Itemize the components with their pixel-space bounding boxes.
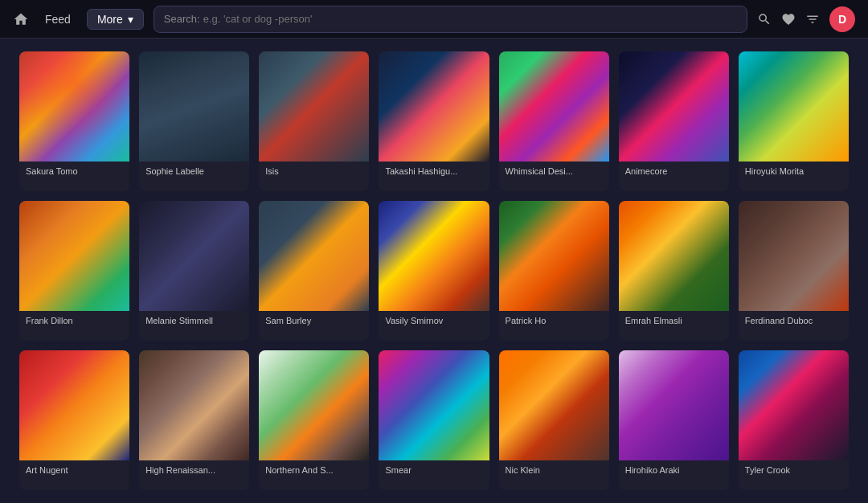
card-image [619, 51, 729, 162]
card-label: Sam Burley [259, 311, 369, 330]
card-item[interactable]: Whimsical Desi... [499, 51, 609, 191]
card-label: Sophie Labelle [139, 162, 249, 181]
more-button[interactable]: More ▾ [87, 9, 144, 30]
search-icon-button[interactable] [757, 12, 772, 27]
more-label: More [97, 13, 123, 26]
card-item[interactable]: Hiroyuki Morita [739, 51, 849, 191]
card-image [739, 350, 849, 460]
avatar-button[interactable]: D [829, 6, 855, 32]
card-label: Whimsical Desi... [499, 162, 609, 181]
card-item[interactable]: Sam Burley [259, 201, 369, 341]
card-image [379, 201, 489, 311]
card-image [499, 51, 609, 162]
card-image [259, 51, 369, 162]
card-image [619, 350, 729, 460]
card-item[interactable]: Nic Klein [499, 350, 609, 490]
card-image [139, 201, 249, 311]
card-item[interactable]: Emrah Elmasli [619, 201, 729, 341]
card-image [379, 350, 489, 460]
favorites-icon-button[interactable] [781, 12, 796, 27]
card-image [619, 201, 729, 311]
card-image [499, 201, 609, 311]
card-label: Isis [259, 162, 369, 181]
card-image [259, 201, 369, 311]
card-label: Hirohiko Araki [619, 460, 729, 480]
card-label: Takashi Hashigu... [379, 162, 489, 181]
card-image [19, 350, 129, 460]
home-button[interactable] [13, 11, 29, 27]
card-item[interactable]: Patrick Ho [499, 201, 609, 341]
navbar: Feed More ▾ Search: D [0, 0, 868, 39]
card-label: Melanie Stimmell [139, 311, 249, 330]
card-item[interactable]: Takashi Hashigu... [379, 51, 489, 191]
card-item[interactable]: Sakura Tomo [19, 51, 129, 191]
card-item[interactable]: Isis [259, 51, 369, 191]
card-item[interactable]: Vasily Smirnov [379, 201, 489, 341]
card-label: Smear [379, 460, 489, 480]
card-label: Ferdinand Duboc [739, 311, 849, 330]
filter-icon-button[interactable] [805, 12, 820, 27]
card-label: Frank Dillon [19, 311, 129, 330]
card-label: Nic Klein [499, 460, 609, 480]
card-item[interactable]: Melanie Stimmell [139, 201, 249, 341]
card-image [379, 51, 489, 162]
card-item[interactable]: Hirohiko Araki [619, 350, 729, 490]
card-item[interactable]: Art Nugent [19, 350, 129, 490]
cards-grid: Sakura TomoSophie LabelleIsisTakashi Has… [0, 39, 868, 503]
card-image [19, 51, 129, 162]
card-label: Northern And S... [259, 460, 369, 480]
card-image [139, 350, 249, 460]
card-image [19, 201, 129, 311]
feed-button[interactable]: Feed [39, 10, 77, 29]
card-item[interactable]: Northern And S... [259, 350, 369, 490]
card-item[interactable]: High Renaissan... [139, 350, 249, 490]
card-image [739, 51, 849, 162]
card-label: Animecore [619, 162, 729, 181]
card-label: Art Nugent [19, 460, 129, 480]
card-label: Emrah Elmasli [619, 311, 729, 330]
search-input[interactable] [203, 13, 737, 25]
card-label: Patrick Ho [499, 311, 609, 330]
card-item[interactable]: Sophie Labelle [139, 51, 249, 191]
card-item[interactable]: Smear [379, 350, 489, 490]
card-item[interactable]: Tyler Crook [739, 350, 849, 490]
chevron-down-icon: ▾ [128, 13, 133, 26]
card-label: Vasily Smirnov [379, 311, 489, 330]
search-bar: Search: [154, 6, 747, 33]
card-item[interactable]: Animecore [619, 51, 729, 191]
card-image [499, 350, 609, 460]
card-image [139, 51, 249, 162]
search-prefix: Search: [164, 13, 200, 25]
card-item[interactable]: Ferdinand Duboc [739, 201, 849, 341]
card-label: Tyler Crook [739, 460, 849, 480]
card-image [259, 350, 369, 460]
card-image [739, 201, 849, 311]
card-label: High Renaissan... [139, 460, 249, 480]
nav-icons: D [757, 6, 855, 32]
card-item[interactable]: Frank Dillon [19, 201, 129, 341]
card-label: Sakura Tomo [19, 162, 129, 181]
card-label: Hiroyuki Morita [739, 162, 849, 181]
